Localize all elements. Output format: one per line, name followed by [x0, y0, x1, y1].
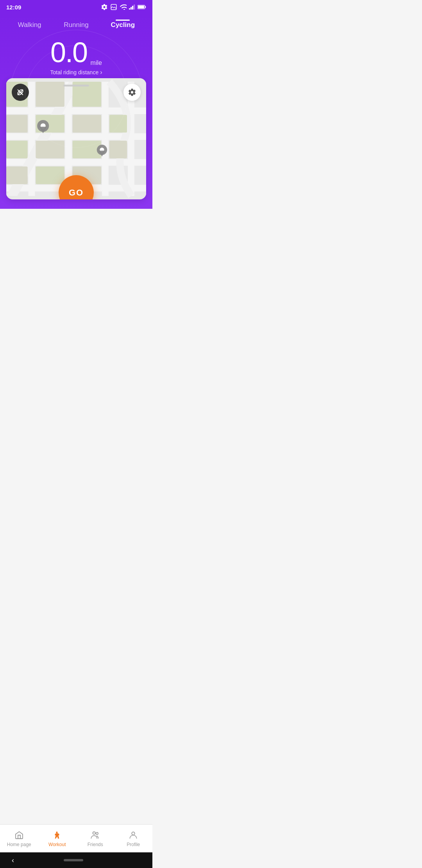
svg-rect-4 — [134, 5, 135, 10]
svg-rect-2 — [131, 7, 132, 9]
svg-rect-21 — [6, 115, 28, 133]
svg-point-32 — [37, 120, 49, 132]
content-area — [0, 209, 152, 326]
svg-rect-22 — [36, 115, 64, 133]
svg-rect-38 — [63, 85, 89, 87]
tab-cycling[interactable]: Cycling — [100, 18, 146, 33]
svg-rect-3 — [132, 6, 133, 10]
svg-rect-30 — [36, 167, 64, 184]
map-container: GO — [6, 78, 146, 199]
status-bar: 12:09 — [0, 0, 152, 14]
svg-rect-15 — [102, 82, 109, 196]
svg-marker-34 — [39, 127, 47, 133]
map-settings-button[interactable] — [123, 84, 141, 101]
svg-rect-13 — [29, 82, 35, 196]
battery-icon — [138, 4, 146, 10]
svg-rect-26 — [36, 141, 64, 158]
status-icons — [101, 4, 146, 11]
svg-rect-28 — [109, 141, 127, 158]
distance-unit: mile — [91, 59, 102, 66]
distance-value: 0.0 — [50, 38, 87, 66]
svg-rect-19 — [36, 82, 64, 107]
status-time: 12:09 — [6, 4, 21, 11]
gallery-status-icon — [110, 4, 117, 11]
chevron-right-icon: › — [100, 69, 102, 76]
svg-rect-23 — [73, 115, 101, 133]
header-area: Walking Running Cycling 0.0 mile Total r… — [0, 14, 152, 209]
svg-rect-29 — [6, 167, 28, 184]
svg-rect-25 — [6, 141, 28, 158]
pill-icon — [16, 88, 25, 97]
svg-rect-1 — [129, 8, 130, 9]
distance-container: 0.0 mile Total riding distance › — [0, 33, 152, 78]
settings-status-icon — [101, 4, 108, 11]
wifi-icon — [120, 4, 127, 10]
activity-tabs: Walking Running Cycling — [0, 18, 152, 33]
distance-label[interactable]: Total riding distance › — [0, 69, 152, 76]
svg-rect-24 — [109, 115, 127, 133]
tab-walking[interactable]: Walking — [6, 18, 53, 33]
signal-icon — [129, 4, 135, 10]
tab-running[interactable]: Running — [53, 18, 99, 33]
go-button-label: GO — [69, 188, 84, 198]
location-toggle-button[interactable] — [12, 84, 29, 101]
svg-rect-20 — [73, 82, 101, 107]
svg-rect-7 — [138, 5, 144, 8]
gear-icon — [128, 88, 136, 97]
svg-rect-0 — [111, 4, 116, 10]
svg-point-33 — [41, 123, 46, 128]
svg-rect-6 — [145, 6, 146, 8]
